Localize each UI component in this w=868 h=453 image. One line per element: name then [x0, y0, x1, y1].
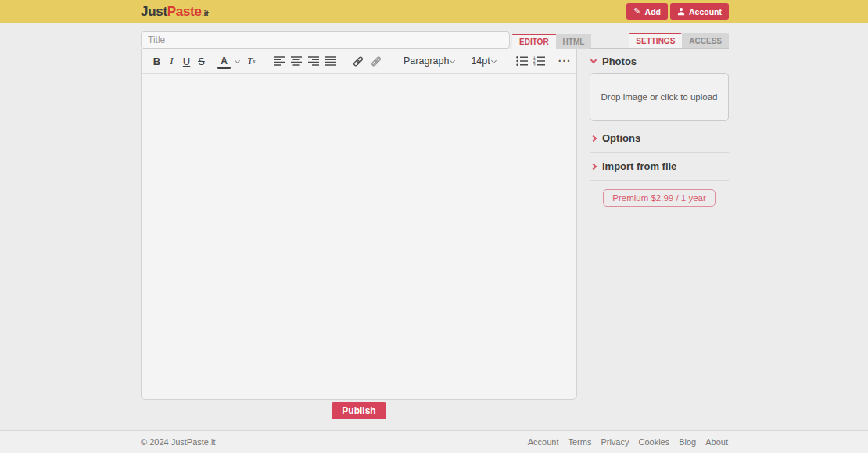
- align-justify-button[interactable]: [323, 52, 338, 70]
- paragraph-format-value: Paragraph: [404, 56, 449, 67]
- justpaste-logo[interactable]: JustPaste.it: [141, 0, 209, 23]
- footer-link-privacy[interactable]: Privacy: [601, 437, 629, 447]
- publish-button[interactable]: Publish: [332, 402, 386, 419]
- editor-mode-tabs: EDITOR HTML: [512, 32, 591, 49]
- align-center-button[interactable]: [289, 52, 303, 70]
- chevron-down-icon[interactable]: [235, 57, 240, 63]
- numbered-list-button[interactable]: 123: [532, 52, 547, 70]
- editor-content[interactable]: [142, 74, 576, 399]
- font-size-value: 14pt: [471, 56, 490, 67]
- insert-link-button[interactable]: [350, 52, 366, 70]
- footer-link-about[interactable]: About: [705, 437, 728, 447]
- photos-section-title: Photos: [602, 56, 637, 67]
- numbered-list-icon: 123: [533, 56, 545, 66]
- chevron-right-icon: [590, 163, 597, 169]
- add-button-label: Add: [645, 7, 661, 16]
- tab-editor[interactable]: EDITOR: [512, 34, 556, 49]
- footer-links: Account Terms Privacy Cookies Blog About: [528, 437, 728, 447]
- dropzone-label: Drop image or click to upload: [601, 92, 718, 102]
- premium-wrap: Premium $2.99 / 1 year: [590, 189, 729, 207]
- footer-link-cookies[interactable]: Cookies: [638, 437, 669, 447]
- align-justify-icon: [325, 56, 336, 66]
- account-button[interactable]: Account: [670, 3, 729, 20]
- footer-link-account[interactable]: Account: [528, 437, 559, 447]
- footer-link-blog[interactable]: Blog: [679, 437, 696, 447]
- logo-text-it: .it: [202, 9, 209, 18]
- topbar-buttons: ✎ Add Account: [626, 3, 729, 20]
- chevron-down-icon: [450, 57, 455, 63]
- bold-button[interactable]: B: [149, 52, 164, 70]
- photo-upload-dropzone[interactable]: Drop image or click to upload: [590, 73, 729, 121]
- top-bar: JustPaste.it ✎ Add Account: [0, 0, 868, 23]
- editor-box: B I U S A Tx: [141, 49, 577, 400]
- editor-toolbar: B I U S A Tx: [142, 49, 576, 74]
- font-size-dropdown[interactable]: 14pt: [465, 52, 503, 70]
- sidebar-tabs: SETTINGS ACCESS: [590, 32, 729, 49]
- chevron-right-icon: [590, 135, 597, 141]
- align-right-icon: [308, 56, 319, 66]
- bullet-list-button[interactable]: [515, 52, 529, 70]
- options-section-header[interactable]: Options: [590, 124, 729, 153]
- chevron-down-icon: [491, 57, 497, 63]
- remove-link-button[interactable]: [368, 52, 384, 70]
- svg-text:3: 3: [533, 63, 536, 66]
- strikethrough-button[interactable]: S: [194, 52, 209, 70]
- copyright-text: © 2024 JustPaste.it: [141, 437, 216, 447]
- paragraph-format-dropdown[interactable]: Paragraph: [398, 52, 462, 70]
- title-input[interactable]: [141, 31, 510, 49]
- import-section-title: Import from file: [602, 160, 676, 172]
- tab-html[interactable]: HTML: [556, 34, 592, 49]
- unlink-icon: [370, 56, 382, 67]
- settings-sidebar: SETTINGS ACCESS Photos Drop image or cli…: [590, 32, 729, 207]
- footer: © 2024 JustPaste.it Account Terms Privac…: [0, 430, 868, 453]
- footer-link-terms[interactable]: Terms: [568, 437, 591, 447]
- logo-text-just: Just: [141, 4, 167, 20]
- align-center-icon: [291, 56, 302, 66]
- person-icon: [677, 7, 685, 16]
- account-button-label: Account: [689, 7, 722, 16]
- add-button[interactable]: ✎ Add: [626, 3, 668, 20]
- align-left-icon: [274, 56, 285, 66]
- underline-button[interactable]: U: [179, 52, 194, 70]
- photos-section-header[interactable]: Photos: [590, 49, 729, 73]
- pencil-icon: ✎: [633, 6, 640, 16]
- publish-row: Publish: [141, 402, 577, 419]
- bullet-list-icon: [516, 56, 528, 66]
- tab-settings[interactable]: SETTINGS: [629, 33, 682, 48]
- import-from-file-section-header[interactable]: Import from file: [590, 153, 729, 181]
- chevron-down-icon: [590, 57, 597, 63]
- clear-formatting-button[interactable]: Tx: [244, 52, 259, 70]
- link-icon: [352, 56, 364, 67]
- italic-button[interactable]: I: [164, 52, 179, 70]
- text-color-button[interactable]: A: [217, 55, 231, 69]
- logo-text-paste: Paste: [167, 4, 202, 20]
- align-left-button[interactable]: [271, 52, 286, 70]
- premium-button[interactable]: Premium $2.99 / 1 year: [603, 189, 716, 207]
- options-section-title: Options: [602, 132, 640, 144]
- tab-access[interactable]: ACCESS: [682, 33, 729, 48]
- align-right-button[interactable]: [306, 52, 321, 70]
- more-tools-button[interactable]: ···: [558, 52, 572, 70]
